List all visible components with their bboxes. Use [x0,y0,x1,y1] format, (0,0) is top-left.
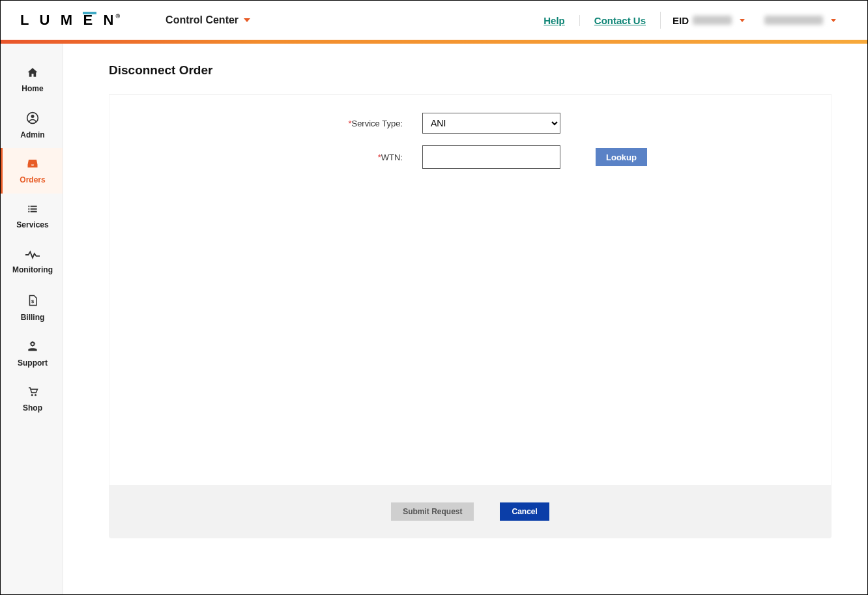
page-title: Disconnect Order [109,63,832,78]
sidebar-item-admin[interactable]: Admin [1,102,63,148]
eid-value-redacted [693,16,732,25]
sidebar-item-label: Admin [20,130,44,139]
top-bar: L U M E N® Control Center Help Contact U… [1,1,867,40]
brand-logo: L U M E N® [20,12,120,29]
service-type-label: Service Type: [351,119,403,128]
cancel-button[interactable]: Cancel [500,502,549,521]
main-content: Disconnect Order *Service Type: ANI *WTN… [63,44,867,594]
svg-rect-4 [28,208,29,209]
service-type-row: *Service Type: ANI [136,113,805,134]
svg-text:$: $ [31,298,35,304]
svg-rect-7 [31,210,37,212]
inbox-icon [26,158,39,171]
account-dropdown[interactable] [757,16,848,25]
lookup-button[interactable]: Lookup [596,148,647,166]
svg-point-10 [31,394,33,396]
contact-us-link[interactable]: Contact Us [580,15,660,26]
chevron-down-icon [244,18,250,22]
wtn-input[interactable] [422,145,560,169]
control-center-dropdown[interactable]: Control Center [166,14,250,26]
top-right-group: Help Contact Us EID [529,12,848,29]
gear-hand-icon [26,340,39,355]
svg-rect-6 [28,210,29,212]
sidebar-item-services[interactable]: Services [1,194,63,239]
list-icon [26,204,39,216]
sidebar-item-label: Services [16,220,48,229]
sidebar-item-label: Shop [23,403,42,413]
sidebar-item-support[interactable]: Support [1,330,63,376]
sidebar-item-label: Home [22,84,43,93]
service-type-label-col: *Service Type: [136,119,422,128]
sidebar-item-monitoring[interactable]: Monitoring [1,239,63,285]
footer-bar: Submit Request Cancel [109,485,832,538]
document-dollar-icon: $ [27,294,38,309]
account-value-redacted [764,16,823,25]
help-link[interactable]: Help [529,15,580,26]
sidebar-item-label: Orders [20,175,45,184]
svg-rect-5 [31,208,37,209]
sidebar-item-label: Monitoring [12,265,53,274]
eid-dropdown[interactable]: EID [661,15,757,26]
svg-rect-3 [31,205,37,207]
sidebar-item-label: Billing [21,313,45,322]
sidebar-item-orders[interactable]: Orders [1,148,63,194]
service-type-select[interactable]: ANI [422,113,560,134]
wtn-label: WTN: [381,152,403,162]
sidebar-item-label: Support [18,358,48,368]
eid-prefix: EID [673,15,689,26]
wtn-label-col: *WTN: [136,152,422,162]
svg-rect-2 [28,205,29,207]
svg-point-11 [35,394,36,396]
control-center-label: Control Center [166,14,239,26]
wtn-row: *WTN: Lookup [136,145,805,169]
cart-icon [26,386,39,399]
submit-request-button[interactable]: Submit Request [391,502,474,521]
user-icon [26,111,39,126]
chevron-down-icon [831,19,836,22]
sidebar-item-billing[interactable]: $ Billing [1,285,63,330]
svg-point-1 [31,115,35,118]
pulse-icon [25,250,40,261]
sidebar-item-shop[interactable]: Shop [1,376,63,422]
form-panel: *Service Type: ANI *WTN: Lookup [109,94,832,485]
sidebar-item-home[interactable]: Home [1,57,63,102]
sidebar: Home Admin Orders Services Monitoring [1,44,63,594]
chevron-down-icon [740,19,745,22]
home-icon [26,66,39,80]
